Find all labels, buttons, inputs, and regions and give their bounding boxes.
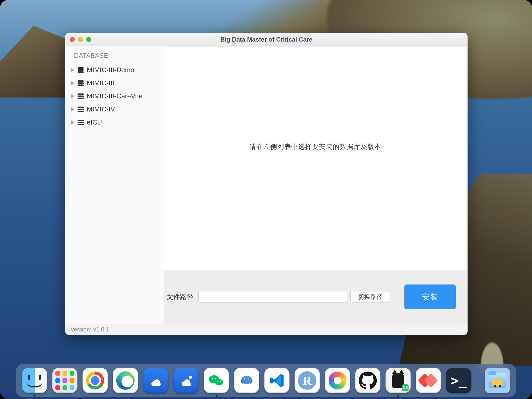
dock-item-cloud-app-2[interactable] [174,368,199,393]
svg-point-7 [244,378,245,379]
sidebar-item-label: eICU [87,118,102,126]
sidebar-item-label: MIMIC-III [87,79,114,87]
dock-item-finder[interactable] [22,368,47,393]
chevron-right-icon [71,94,74,98]
sidebar-item-label: MIMIC-IV [87,105,115,113]
change-path-button[interactable]: 切换路径 [350,291,390,302]
dock-separator [478,369,478,392]
dock-item-code-editor[interactable]: CE [386,368,411,393]
fullscreen-button[interactable] [86,37,91,42]
chevron-right-icon [71,81,74,85]
truck-icon [492,379,503,386]
path-label: 文件路径 [167,292,193,301]
sidebar-item-mimic-iii-carevue[interactable]: MIMIC-III-CareVue [65,90,164,103]
database-icon [78,107,84,112]
dock-item-wechat[interactable] [204,368,229,393]
path-input[interactable] [198,291,347,302]
svg-point-5 [217,381,218,382]
dock-item-cloud-app-1[interactable] [143,368,168,393]
svg-point-6 [220,381,221,382]
sidebar-item-eicu[interactable]: eICU [65,116,164,129]
main-area: 请在左侧列表中选择要安装的数据库及版本 文件路径 切换路径 安装 [164,46,468,324]
install-row: 文件路径 切换路径 安装 [164,270,468,324]
sidebar-item-label: MIMIC-III-Demo [87,66,134,74]
terminal-icon: >_ [451,373,467,388]
elephant-icon [238,372,255,389]
content-panel: 请在左侧列表中选择要安装的数据库及版本 [164,47,467,270]
dock-item-anydesk[interactable] [416,368,441,393]
cloud-icon [147,372,165,389]
statusbar: version: v1.0.1 [65,324,468,335]
sidebar-item-mimic-iii-demo[interactable]: MIMIC-III-Demo [65,63,164,77]
dock-item-terminal[interactable]: >_ [446,368,471,393]
dock-item-downloads-folder[interactable] [485,368,510,393]
install-button[interactable]: 安装 [404,284,456,309]
dock-item-photos[interactable] [325,368,350,393]
svg-point-4 [215,378,216,379]
chevron-right-icon [71,68,74,72]
dock: R CE >_ [16,364,516,397]
window-controls [70,37,91,42]
sidebar-header: DATABASE [65,49,164,63]
edge-icon [116,371,135,390]
sidebar-item-mimic-iv[interactable]: MIMIC-IV [65,103,164,116]
dock-item-postgres[interactable] [234,368,259,393]
photos-icon [329,372,347,390]
dock-item-github[interactable] [355,368,381,393]
database-icon [78,120,84,125]
database-icon [78,67,84,73]
dock-item-rstudio[interactable]: R [295,368,320,393]
dock-item-edge[interactable] [113,368,138,393]
window-body: DATABASE MIMIC-III-Demo MIMIC-III MIMIC-… [65,46,468,324]
dock-item-vscode[interactable] [264,368,290,393]
r-icon: R [298,371,317,390]
empty-state-hint: 请在左侧列表中选择要安装的数据库及版本 [250,142,381,151]
ce-badge: CE [402,384,409,391]
window-title: Big Data Master of Critical Care [65,36,468,43]
launchpad-icon [55,371,74,390]
anydesk-icon [420,372,437,389]
dock-item-launchpad[interactable] [52,368,78,393]
minimize-button[interactable] [78,37,83,42]
chevron-right-icon [71,107,74,111]
sidebar-item-mimic-iii[interactable]: MIMIC-III [65,77,164,90]
sidebar-item-label: MIMIC-III-CareVue [87,92,142,100]
cloud-sync-icon [177,372,195,389]
finder-icon [22,368,47,393]
folder-icon [489,373,507,388]
github-icon [359,372,377,390]
database-icon [78,93,84,99]
app-window: Big Data Master of Critical Care DATABAS… [65,33,468,335]
vscode-icon [269,372,285,389]
version-label: version: v1.0.1 [71,326,109,333]
database-icon [78,80,84,86]
close-button[interactable] [70,37,75,42]
desktop-background: Big Data Master of Critical Care DATABAS… [0,0,532,399]
chrome-icon [86,372,104,390]
svg-point-8 [248,378,249,379]
svg-point-2 [215,379,223,385]
database-sidebar: DATABASE MIMIC-III-Demo MIMIC-III MIMIC-… [65,46,164,324]
window-titlebar[interactable]: Big Data Master of Critical Care [65,33,468,46]
svg-point-3 [212,378,213,379]
wechat-icon [207,371,226,390]
svg-point-0 [189,376,192,379]
chevron-right-icon [71,120,74,125]
dock-item-chrome[interactable] [83,368,108,393]
